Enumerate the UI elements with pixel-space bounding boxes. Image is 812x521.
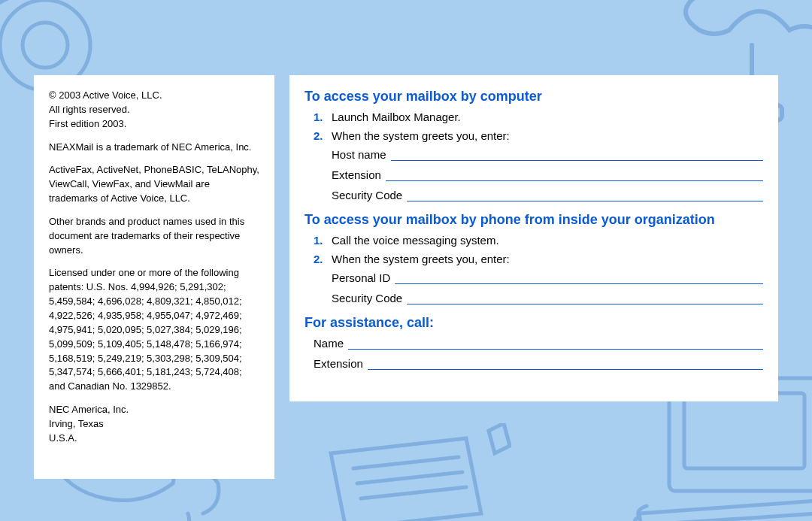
phone-step1-text: Call the voice messaging system. — [332, 234, 499, 247]
country-text: U.S.A. — [49, 432, 77, 444]
extension-label: Extension — [332, 168, 381, 181]
computer-step-2: 2. When the system greets you, enter: — [314, 129, 763, 142]
hostname-input-line[interactable] — [391, 150, 763, 161]
computer-steps: 1. Launch Mailbox Manager. 2. When the s… — [314, 111, 763, 142]
computer-section-title: To access your mailbox by computer — [304, 89, 763, 105]
city-text: Irving, Texas — [49, 418, 104, 429]
extension-input-line[interactable] — [386, 170, 763, 181]
computer-step-1: 1. Launch Mailbox Manager. — [314, 111, 763, 123]
svg-point-1 — [23, 23, 68, 68]
assist-block: Name Extension — [304, 337, 763, 370]
computer-step1-text: Launch Mailbox Manager. — [332, 111, 461, 123]
step-number: 1. — [314, 111, 323, 123]
security-code-label: Security Code — [332, 189, 402, 201]
personal-id-input-line[interactable] — [395, 273, 763, 284]
security-code2-input-line[interactable] — [407, 293, 763, 304]
assist-name-label: Name — [314, 337, 344, 350]
step-number: 2. — [314, 253, 323, 265]
copyright-text: © 2003 Active Voice, LLC. — [49, 89, 162, 101]
edition-text: First edition 2003. — [49, 118, 126, 129]
step-number: 2. — [314, 129, 323, 142]
assist-name-input-line[interactable] — [348, 338, 763, 350]
phone-step-1: 1. Call the voice messaging system. — [314, 234, 763, 247]
trademark2-text: ActiveFax, ActiveNet, PhoneBASIC, TeLANo… — [49, 163, 259, 206]
security-code-field: Security Code — [332, 189, 763, 201]
instructions-card: To access your mailbox by computer 1. La… — [289, 75, 778, 401]
phone-steps: 1. Call the voice messaging system. 2. W… — [314, 234, 763, 265]
assist-extension-input-line[interactable] — [368, 359, 763, 370]
assist-extension-label: Extension — [314, 357, 363, 370]
phone-step2-text: When the system greets you, enter: — [332, 253, 510, 265]
personal-id-label: Personal ID — [332, 271, 390, 284]
hostname-label: Host name — [332, 148, 386, 161]
legal-card: © 2003 Active Voice, LLC. All rights res… — [34, 75, 274, 479]
hostname-field: Host name — [332, 148, 763, 161]
personal-id-field: Personal ID — [332, 271, 763, 284]
step-number: 1. — [314, 234, 323, 247]
computer-step2-text: When the system greets you, enter: — [332, 129, 510, 142]
trademark3-text: Other brands and product names used in t… — [49, 215, 259, 258]
assist-section-title: For assistance, call: — [304, 315, 763, 331]
extension-field: Extension — [332, 168, 763, 181]
security-code-input-line[interactable] — [407, 190, 763, 201]
assist-name-field: Name — [314, 337, 763, 350]
page-content: © 2003 Active Voice, LLC. All rights res… — [34, 75, 778, 479]
security-code2-field: Security Code — [332, 292, 763, 304]
patents-text: Licensed under one or more of the follow… — [49, 266, 259, 394]
rights-text: All rights reserved. — [49, 104, 130, 115]
assist-extension-field: Extension — [314, 357, 763, 370]
phone-step-2: 2. When the system greets you, enter: — [314, 253, 763, 265]
trademark1-text: NEAXMail is a trademark of NEC America, … — [49, 141, 259, 155]
company-text: NEC America, Inc. — [49, 404, 129, 415]
phone-section-title: To access your mailbox by phone from ins… — [304, 212, 763, 228]
security-code2-label: Security Code — [332, 292, 402, 304]
